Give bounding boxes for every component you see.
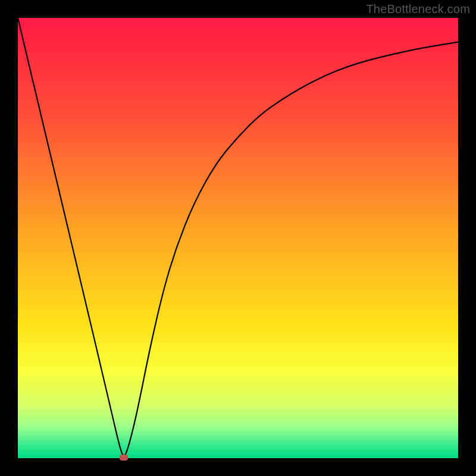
- watermark-text: TheBottleneck.com: [366, 2, 470, 16]
- gradient-background: [18, 18, 458, 458]
- bottleneck-plot: [18, 18, 458, 458]
- optimal-marker: [120, 455, 128, 461]
- chart-frame: TheBottleneck.com: [0, 0, 476, 476]
